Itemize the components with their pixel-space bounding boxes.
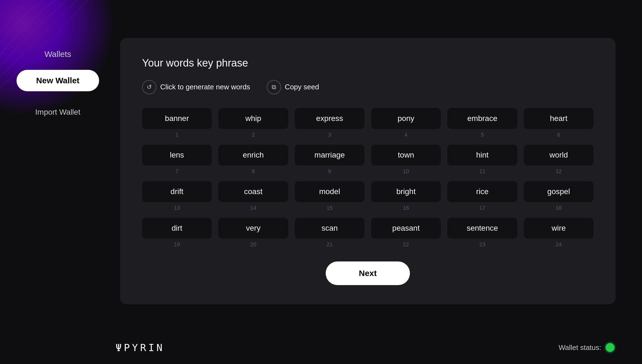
word-cell: town10 (371, 145, 441, 175)
word-cell: hint11 (447, 145, 517, 175)
status-indicator (606, 343, 614, 352)
main-content: Your words key phrase ↺ Click to generat… (116, 22, 620, 320)
sidebar: Wallets New Wallet Import Wallet (0, 0, 116, 364)
word-number: 20 (250, 241, 256, 248)
generate-words-label: Click to generate new words (160, 83, 250, 91)
word-cell: express3 (295, 108, 364, 138)
word-cell: coast14 (218, 181, 288, 211)
word-box: express (295, 108, 364, 129)
word-number: 14 (250, 205, 256, 211)
word-box: pony (371, 108, 441, 129)
word-box: rice (447, 181, 517, 202)
word-cell: peasant22 (371, 218, 441, 248)
word-box: coast (218, 181, 288, 202)
next-button[interactable]: Next (326, 261, 410, 285)
word-cell: banner1 (142, 108, 212, 138)
footer: ΨPYRIN Wallet status: (0, 331, 642, 364)
word-number: 23 (479, 241, 485, 248)
word-box: world (524, 145, 594, 166)
word-number: 22 (403, 241, 409, 248)
word-number: 10 (403, 168, 409, 175)
sidebar-wallets-label[interactable]: Wallets (44, 49, 71, 59)
word-cell: bright16 (371, 181, 441, 211)
word-number: 9 (328, 168, 331, 175)
wallet-status: Wallet status: (559, 343, 614, 352)
word-box: lens (142, 145, 212, 166)
refresh-icon: ↺ (142, 80, 156, 94)
seed-phrase-card: Your words key phrase ↺ Click to generat… (120, 38, 616, 304)
word-number: 24 (556, 241, 562, 248)
words-grid: banner1whip2express3pony4embrace5heart6l… (142, 108, 594, 248)
word-box: dirt (142, 218, 212, 239)
wallet-status-label: Wallet status: (559, 343, 601, 352)
word-box: enrich (218, 145, 288, 166)
word-number: 16 (403, 205, 409, 211)
word-cell: whip2 (218, 108, 288, 138)
word-box: whip (218, 108, 288, 129)
word-number: 3 (328, 132, 331, 138)
word-number: 19 (174, 241, 180, 248)
word-number: 6 (557, 132, 560, 138)
new-wallet-button[interactable]: New Wallet (17, 70, 99, 91)
word-cell: embrace5 (447, 108, 517, 138)
word-number: 4 (404, 132, 407, 138)
word-cell: very20 (218, 218, 288, 248)
word-box: gospel (524, 181, 594, 202)
word-box: scan (295, 218, 364, 239)
word-cell: marriage9 (295, 145, 364, 175)
word-number: 15 (327, 205, 333, 211)
copy-seed-label: Copy seed (285, 83, 319, 91)
word-cell: dirt19 (142, 218, 212, 248)
word-box: town (371, 145, 441, 166)
word-box: model (295, 181, 364, 202)
next-btn-container: Next (142, 261, 594, 285)
import-wallet-label[interactable]: Import Wallet (35, 108, 80, 117)
word-cell: lens7 (142, 145, 212, 175)
word-cell: gospel18 (524, 181, 594, 211)
word-number: 5 (481, 132, 484, 138)
word-number: 12 (556, 168, 562, 175)
word-number: 18 (556, 205, 562, 211)
card-actions: ↺ Click to generate new words ⧉ Copy see… (142, 80, 594, 94)
footer-logo: ΨPYRIN (116, 342, 165, 353)
word-box: drift (142, 181, 212, 202)
word-number: 11 (479, 168, 485, 175)
word-box: very (218, 218, 288, 239)
word-number: 7 (175, 168, 178, 175)
word-box: heart (524, 108, 594, 129)
word-number: 2 (252, 132, 255, 138)
word-box: peasant (371, 218, 441, 239)
word-cell: heart6 (524, 108, 594, 138)
word-box: hint (447, 145, 517, 166)
copy-icon: ⧉ (267, 80, 281, 94)
generate-words-button[interactable]: ↺ Click to generate new words (142, 80, 250, 94)
word-box: sentence (447, 218, 517, 239)
word-box: bright (371, 181, 441, 202)
word-number: 1 (175, 132, 178, 138)
word-cell: pony4 (371, 108, 441, 138)
word-box: embrace (447, 108, 517, 129)
word-box: banner (142, 108, 212, 129)
card-title: Your words key phrase (142, 57, 594, 69)
word-cell: world12 (524, 145, 594, 175)
word-cell: model15 (295, 181, 364, 211)
word-number: 21 (327, 241, 333, 248)
word-cell: enrich8 (218, 145, 288, 175)
word-cell: wire24 (524, 218, 594, 248)
word-cell: rice17 (447, 181, 517, 211)
word-cell: drift13 (142, 181, 212, 211)
word-cell: scan21 (295, 218, 364, 248)
word-box: wire (524, 218, 594, 239)
word-number: 8 (252, 168, 255, 175)
word-box: marriage (295, 145, 364, 166)
copy-seed-button[interactable]: ⧉ Copy seed (267, 80, 319, 94)
word-cell: sentence23 (447, 218, 517, 248)
word-number: 13 (174, 205, 180, 211)
word-number: 17 (479, 205, 485, 211)
